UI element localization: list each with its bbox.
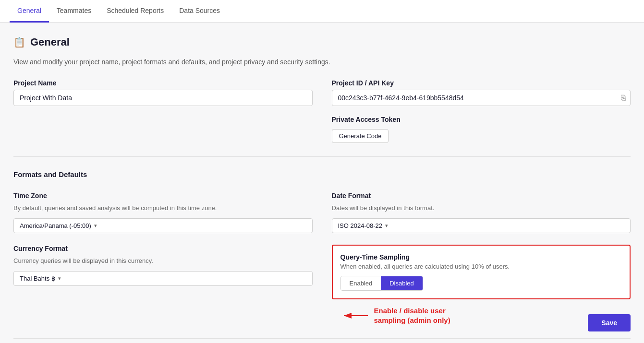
- tab-data-sources[interactable]: Data Sources: [171, 0, 228, 23]
- page-icon: 📋: [13, 36, 25, 48]
- timezone-description: By default, queries and saved analysis w…: [13, 204, 313, 212]
- timezone-group: Time Zone By default, queries and saved …: [13, 192, 313, 233]
- annotation-text: Enable / disable usersampling (admin onl…: [374, 306, 450, 325]
- date-format-label: Date Format: [332, 192, 631, 200]
- page-content: 📋 General View and modify your project n…: [0, 23, 644, 343]
- formats-row-2: Currency Format Currency queries will be…: [13, 245, 631, 325]
- divider-1: [13, 156, 631, 157]
- timezone-dropdown[interactable]: America/Panama (-05:00) ▾: [13, 218, 313, 233]
- query-sampling-disabled-button[interactable]: Disabled: [381, 276, 423, 290]
- timezone-value: America/Panama (-05:00): [20, 222, 91, 229]
- project-id-input[interactable]: [332, 90, 631, 106]
- query-sampling-toggle: Enabled Disabled: [340, 276, 423, 291]
- tab-general[interactable]: General: [10, 0, 49, 23]
- private-token-label: Private Access Token: [332, 116, 631, 123]
- formats-row-1: Time Zone By default, queries and saved …: [13, 192, 631, 233]
- save-button[interactable]: Save: [588, 314, 631, 331]
- chevron-down-icon-2: ▾: [385, 223, 388, 229]
- arrow-icon: [341, 308, 370, 323]
- currency-label: Currency Format: [13, 245, 313, 252]
- tab-bar: General Teammates Scheduled Reports Data…: [0, 0, 644, 23]
- project-id-label: Project ID / API Key: [332, 79, 631, 87]
- date-format-group: Date Format Dates will be displayed in t…: [332, 192, 631, 233]
- tab-teammates[interactable]: Teammates: [49, 0, 99, 23]
- currency-value: Thai Bahts ฿: [20, 275, 55, 282]
- query-sampling-enabled-button[interactable]: Enabled: [341, 276, 381, 290]
- annotation: Enable / disable usersampling (admin onl…: [332, 306, 631, 325]
- date-format-description: Dates will be displayed in this format.: [332, 204, 631, 212]
- formats-defaults-title: Formats and Defaults: [13, 170, 631, 182]
- page-description: View and modify your project name, proje…: [13, 58, 631, 66]
- project-id-input-wrapper: ⎘: [332, 90, 631, 106]
- private-token-group: Private Access Token Generate Code: [332, 116, 631, 143]
- query-sampling-box: Query-Time Sampling When enabled, all qu…: [332, 245, 631, 299]
- project-id-group: Project ID / API Key ⎘: [332, 79, 631, 106]
- tab-scheduled-reports[interactable]: Scheduled Reports: [99, 0, 171, 23]
- currency-description: Currency queries will be displayed in th…: [13, 257, 313, 264]
- currency-dropdown[interactable]: Thai Bahts ฿ ▾: [13, 271, 313, 286]
- generate-code-button[interactable]: Generate Code: [332, 129, 389, 143]
- project-name-label: Project Name: [13, 79, 313, 87]
- chevron-down-icon: ▾: [94, 223, 97, 229]
- page-header: 📋 General: [13, 36, 631, 48]
- formats-defaults-section: Formats and Defaults Time Zone By defaul…: [13, 170, 631, 325]
- private-token-section: Private Access Token Generate Code: [332, 116, 631, 143]
- page-title: General: [30, 36, 70, 48]
- query-sampling-description: When enabled, all queries are calculated…: [340, 263, 622, 270]
- project-info-row: Project Name Project ID / API Key ⎘: [13, 79, 631, 106]
- divider-2: [13, 338, 631, 339]
- chevron-down-icon-3: ▾: [58, 275, 61, 282]
- currency-group: Currency Format Currency queries will be…: [13, 245, 313, 325]
- query-sampling-title: Query-Time Sampling: [340, 253, 622, 261]
- project-name-input[interactable]: [13, 90, 313, 106]
- project-name-group: Project Name: [13, 79, 313, 106]
- private-token-action: Generate Code: [332, 129, 631, 143]
- copy-icon[interactable]: ⎘: [621, 94, 626, 102]
- timezone-label: Time Zone: [13, 192, 313, 200]
- date-format-dropdown[interactable]: ISO 2024-08-22 ▾: [332, 218, 631, 233]
- query-sampling-group: Query-Time Sampling When enabled, all qu…: [332, 245, 631, 325]
- date-format-value: ISO 2024-08-22: [338, 222, 383, 229]
